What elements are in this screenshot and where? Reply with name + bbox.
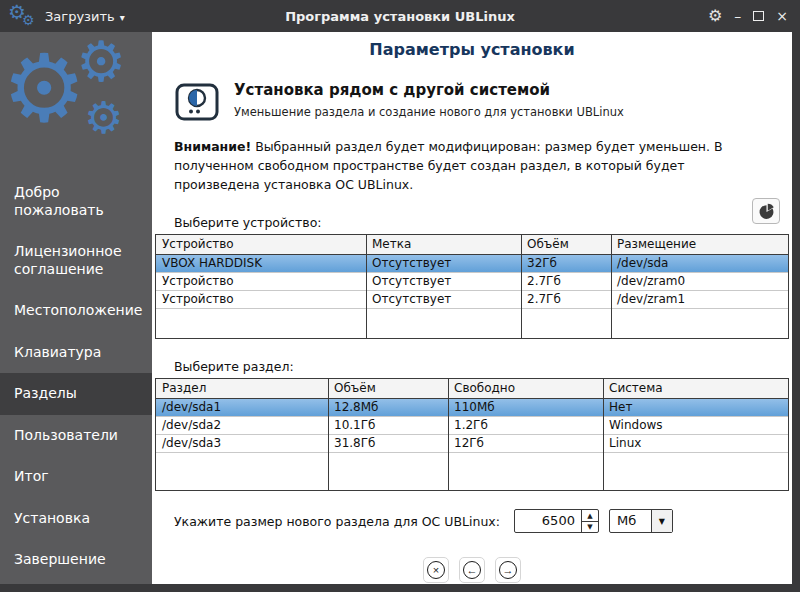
column-divider — [603, 379, 604, 490]
table-cell[interactable]: Нет — [603, 399, 788, 417]
close-button[interactable]: × — [776, 9, 788, 23]
table-cell[interactable]: 10.1Гб — [328, 417, 448, 435]
navigation-buttons: × ← → — [152, 557, 792, 583]
partition-select-label: Выберите раздел: — [152, 359, 792, 374]
column-divider — [611, 235, 612, 338]
table-cell[interactable]: Отсутствует — [366, 291, 521, 309]
column-header[interactable]: Объём — [521, 235, 611, 255]
column-divider — [328, 379, 329, 490]
column-header[interactable]: Устройство — [156, 235, 366, 255]
column-header[interactable]: Свободно — [448, 379, 603, 399]
installer-window: ⚙ ⚙ Загрузить ▾ Программа установки UBLi… — [0, 0, 800, 592]
sidebar-item[interactable]: Установка — [0, 498, 152, 540]
sidebar-nav: Добро пожаловатьЛицензионное соглашениеМ… — [0, 172, 152, 581]
table-cell[interactable]: Linux — [603, 435, 788, 453]
sidebar-item[interactable]: Местоположение — [0, 290, 152, 332]
section-title: Установка рядом с другой системой — [234, 81, 624, 99]
main-content: Параметры установки Установка рядом с др… — [152, 32, 792, 584]
disk-usage-button[interactable] — [752, 198, 780, 224]
dropdown-arrow-icon[interactable]: ▼ — [651, 510, 672, 532]
table-cell[interactable]: 2.7Гб — [521, 273, 611, 291]
table-cell[interactable]: /dev/zram0 — [611, 273, 788, 291]
pie-chart-icon — [758, 203, 775, 220]
gear-medium-icon: ⚙ — [76, 34, 126, 90]
page-title: Параметры установки — [152, 40, 792, 59]
table-cell[interactable]: /dev/sda3 — [156, 435, 328, 453]
back-button[interactable]: ← — [459, 557, 485, 583]
warning-bold: Внимание! — [174, 139, 251, 154]
column-divider — [448, 379, 449, 490]
table-cell[interactable]: 2.7Гб — [521, 291, 611, 309]
table-cell[interactable]: /dev/sda — [611, 255, 788, 273]
forward-button[interactable]: → — [495, 557, 521, 583]
section-header: Установка рядом с другой системой Уменьш… — [174, 79, 792, 125]
device-select-label: Выберите устройство: — [174, 215, 322, 230]
hard-disk-icon — [174, 79, 220, 125]
gear-small-icon: ⚙ — [84, 96, 123, 140]
caret-down-icon: ▾ — [120, 10, 125, 23]
table-cell[interactable]: Устройство — [156, 291, 366, 309]
table-cell[interactable]: 12.8Мб — [328, 399, 448, 417]
table-cell[interactable]: 32Гб — [521, 255, 611, 273]
unit-dropdown[interactable]: Мб ▼ — [609, 509, 673, 533]
column-header[interactable]: Размещение — [611, 235, 788, 255]
table-cell[interactable]: /dev/sda1 — [156, 399, 328, 417]
maximize-icon — [753, 11, 764, 21]
table-cell[interactable]: Windows — [603, 417, 788, 435]
table-cell[interactable]: 31.8Гб — [328, 435, 448, 453]
minimize-button[interactable]: – — [734, 9, 741, 23]
gears-illustration: ⚙ ⚙ ⚙ — [0, 32, 152, 172]
sidebar-item[interactable]: Лицензионное соглашение — [0, 231, 152, 290]
size-label: Укажите размер нового раздела для ОС UBL… — [174, 514, 500, 529]
column-header[interactable]: Объём — [328, 379, 448, 399]
size-input[interactable]: 6500 — [515, 510, 581, 532]
size-spinbox[interactable]: 6500 ▲ ▼ — [514, 509, 599, 533]
section-subtitle: Уменьшение раздела и создание нового для… — [234, 105, 624, 119]
settings-gear-icon[interactable]: ⚙ — [708, 8, 722, 24]
table-cell[interactable]: 110Мб — [448, 399, 603, 417]
column-header[interactable]: Метка — [366, 235, 521, 255]
load-button[interactable]: Загрузить ▾ — [45, 9, 125, 24]
table-cell[interactable]: Отсутствует — [366, 273, 521, 291]
warning-body: Выбранный раздел будет модифицирован: ра… — [174, 139, 723, 192]
table-cell[interactable]: /dev/sda2 — [156, 417, 328, 435]
app-logo-icon: ⚙ ⚙ — [8, 2, 38, 30]
unit-value: Мб — [610, 510, 651, 532]
warning-text: Внимание! Выбранный раздел будет модифиц… — [174, 138, 766, 194]
load-button-label: Загрузить — [45, 9, 115, 24]
logo-gear-small-icon: ⚙ — [22, 13, 35, 27]
sidebar-item[interactable]: Пользователи — [0, 415, 152, 457]
table-cell[interactable]: VBOX HARDDISK — [156, 255, 366, 273]
sidebar-item[interactable]: Разделы — [0, 373, 152, 415]
back-arrow-icon: ← — [463, 561, 481, 579]
column-divider — [521, 235, 522, 338]
table-cell[interactable]: Отсутствует — [366, 255, 521, 273]
sidebar-item[interactable]: Добро пожаловать — [0, 172, 152, 231]
sidebar-item[interactable]: Клавиатура — [0, 332, 152, 374]
gear-large-icon: ⚙ — [2, 42, 86, 136]
sidebar: ⚙ ⚙ ⚙ Добро пожаловатьЛицензионное согла… — [0, 32, 152, 584]
table-cell[interactable]: 12Гб — [448, 435, 603, 453]
device-select-row: Выберите устройство: — [152, 204, 792, 230]
table-cell[interactable]: Устройство — [156, 273, 366, 291]
spin-buttons: ▲ ▼ — [581, 510, 598, 532]
column-divider — [366, 235, 367, 338]
titlebar: ⚙ ⚙ Загрузить ▾ Программа установки UBLi… — [0, 0, 800, 32]
cancel-button[interactable]: × — [423, 557, 449, 583]
partition-table[interactable]: РазделОбъёмСвободноСистема/dev/sda112.8М… — [155, 378, 789, 491]
column-header[interactable]: Система — [603, 379, 788, 399]
size-row: Укажите размер нового раздела для ОС UBL… — [152, 509, 792, 533]
sidebar-item[interactable]: Итог — [0, 456, 152, 498]
forward-arrow-icon: → — [499, 561, 517, 579]
column-header[interactable]: Раздел — [156, 379, 328, 399]
device-table[interactable]: УстройствоМеткаОбъёмРазмещениеVBOX HARDD… — [155, 234, 789, 339]
sidebar-item[interactable]: Завершение — [0, 539, 152, 581]
table-cell[interactable]: 1.2Гб — [448, 417, 603, 435]
table-cell[interactable]: /dev/zram1 — [611, 291, 788, 309]
cancel-icon: × — [427, 561, 445, 579]
maximize-button[interactable] — [753, 11, 764, 21]
spin-up-button[interactable]: ▲ — [582, 510, 598, 521]
spin-down-button[interactable]: ▼ — [582, 521, 598, 533]
